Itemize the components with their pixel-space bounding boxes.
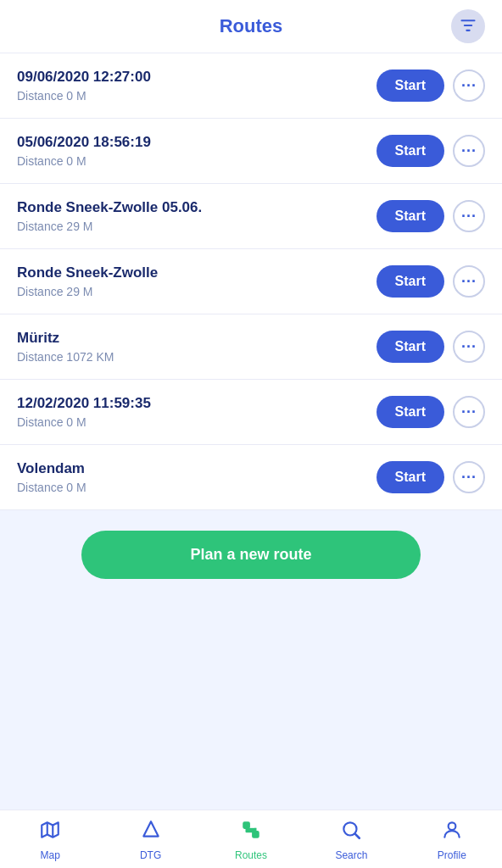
route-info: Ronde Sneek-Zwolle 05.06. Distance 29 M bbox=[17, 199, 376, 233]
filter-button[interactable] bbox=[451, 9, 485, 43]
nav-item-dtg[interactable]: DTG bbox=[100, 810, 200, 868]
route-item: 05/06/2020 18:56:19 Distance 0 M Start ·… bbox=[0, 119, 502, 184]
more-button[interactable]: ··· bbox=[453, 265, 485, 298]
route-distance: Distance 0 M bbox=[17, 154, 376, 168]
bottom-nav: Map DTG Routes Search bbox=[0, 810, 502, 868]
route-info: 12/02/2020 11:59:35 Distance 0 M bbox=[17, 395, 376, 429]
route-distance: Distance 0 M bbox=[17, 481, 376, 494]
more-button[interactable]: ··· bbox=[453, 396, 485, 428]
route-info: Müritz Distance 1072 KM bbox=[17, 330, 376, 364]
map-icon bbox=[39, 819, 61, 846]
more-button[interactable]: ··· bbox=[453, 461, 485, 493]
start-button[interactable]: Start bbox=[376, 200, 444, 232]
search-icon bbox=[340, 819, 362, 846]
route-name: 09/06/2020 12:27:00 bbox=[17, 69, 376, 86]
profile-icon bbox=[441, 819, 463, 846]
route-info: 05/06/2020 18:56:19 Distance 0 M bbox=[17, 134, 376, 168]
start-button[interactable]: Start bbox=[376, 265, 444, 298]
route-name: Ronde Sneek-Zwolle bbox=[17, 264, 376, 281]
route-name: Ronde Sneek-Zwolle 05.06. bbox=[17, 199, 376, 216]
route-item: Ronde Sneek-Zwolle 05.06. Distance 29 M … bbox=[0, 184, 502, 249]
start-button[interactable]: Start bbox=[376, 70, 444, 102]
nav-label-map: Map bbox=[41, 849, 60, 861]
dtg-icon bbox=[140, 819, 162, 846]
svg-point-7 bbox=[448, 822, 455, 830]
svg-marker-2 bbox=[143, 821, 158, 836]
route-distance: Distance 29 M bbox=[17, 220, 376, 233]
start-button[interactable]: Start bbox=[376, 461, 444, 493]
start-button[interactable]: Start bbox=[376, 135, 444, 167]
filter-icon bbox=[460, 17, 477, 36]
route-actions: Start ··· bbox=[376, 200, 485, 232]
nav-label-profile: Profile bbox=[438, 849, 466, 861]
more-button[interactable]: ··· bbox=[453, 135, 485, 167]
nav-label-routes: Routes bbox=[235, 849, 267, 861]
route-distance: Distance 1072 KM bbox=[17, 350, 376, 364]
route-item: Ronde Sneek-Zwolle Distance 29 M Start ·… bbox=[0, 249, 502, 314]
route-name: 12/02/2020 11:59:35 bbox=[17, 395, 376, 412]
plan-route-area: Plan a new route bbox=[0, 510, 502, 593]
route-item: Müritz Distance 1072 KM Start ··· bbox=[0, 314, 502, 380]
route-item: 12/02/2020 11:59:35 Distance 0 M Start ·… bbox=[0, 380, 502, 445]
route-actions: Start ··· bbox=[376, 265, 485, 298]
route-actions: Start ··· bbox=[376, 135, 485, 167]
more-button[interactable]: ··· bbox=[453, 200, 485, 232]
nav-item-routes[interactable]: Routes bbox=[201, 810, 301, 868]
route-name: Müritz bbox=[17, 330, 376, 347]
route-info: 09/06/2020 12:27:00 Distance 0 M bbox=[17, 69, 376, 103]
route-name: 05/06/2020 18:56:19 bbox=[17, 134, 376, 151]
more-button[interactable]: ··· bbox=[453, 70, 485, 102]
route-info: Ronde Sneek-Zwolle Distance 29 M bbox=[17, 264, 376, 298]
route-actions: Start ··· bbox=[376, 461, 485, 493]
nav-label-dtg: DTG bbox=[140, 849, 161, 861]
route-actions: Start ··· bbox=[376, 70, 485, 102]
route-distance: Distance 29 M bbox=[17, 285, 376, 298]
plan-route-button[interactable]: Plan a new route bbox=[81, 531, 421, 579]
route-item: 09/06/2020 12:27:00 Distance 0 M Start ·… bbox=[0, 53, 502, 119]
route-item: Volendam Distance 0 M Start ··· bbox=[0, 445, 502, 510]
route-actions: Start ··· bbox=[376, 331, 485, 363]
nav-item-map[interactable]: Map bbox=[0, 810, 100, 868]
route-distance: Distance 0 M bbox=[17, 89, 376, 103]
routes-icon bbox=[240, 819, 262, 846]
nav-item-profile[interactable]: Profile bbox=[402, 810, 502, 868]
page-title: Routes bbox=[220, 15, 283, 37]
routes-list: 09/06/2020 12:27:00 Distance 0 M Start ·… bbox=[0, 53, 502, 510]
route-name: Volendam bbox=[17, 460, 376, 477]
svg-line-6 bbox=[355, 834, 360, 838]
start-button[interactable]: Start bbox=[376, 396, 444, 428]
route-actions: Start ··· bbox=[376, 396, 485, 428]
nav-item-search[interactable]: Search bbox=[301, 810, 401, 868]
nav-label-search: Search bbox=[335, 849, 367, 861]
route-distance: Distance 0 M bbox=[17, 415, 376, 429]
start-button[interactable]: Start bbox=[376, 331, 444, 363]
more-button[interactable]: ··· bbox=[453, 331, 485, 363]
route-info: Volendam Distance 0 M bbox=[17, 460, 376, 494]
app-header: Routes bbox=[0, 0, 502, 53]
svg-rect-3 bbox=[243, 822, 249, 828]
